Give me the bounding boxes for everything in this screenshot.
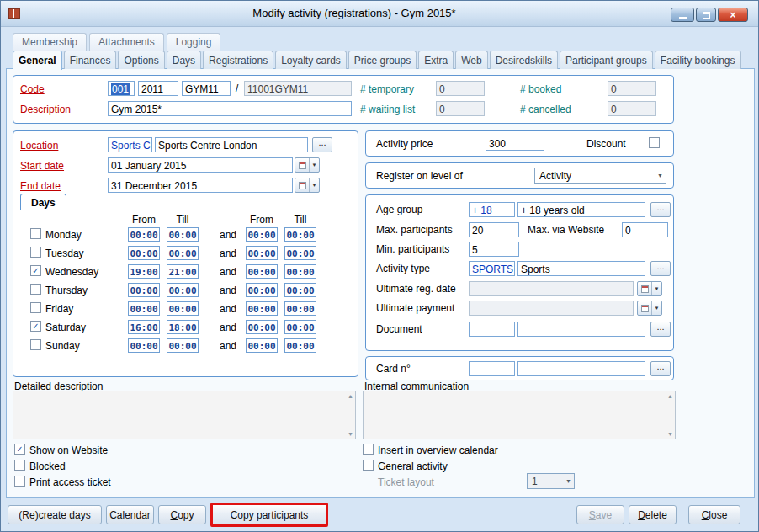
day-checkbox-friday[interactable] — [30, 302, 41, 313]
checkbox-show-on-website[interactable]: ✓ — [14, 444, 25, 455]
time-field[interactable]: 00:00 — [284, 283, 316, 297]
time-field[interactable]: 21:00 — [167, 264, 199, 279]
button-re-create-days[interactable]: (Re)create days — [8, 505, 102, 524]
code-part1-field[interactable]: 001 — [108, 81, 135, 96]
time-field[interactable]: 00:00 — [246, 246, 278, 260]
tab-web[interactable]: Web — [455, 51, 487, 69]
time-field[interactable]: 00:00 — [284, 301, 316, 316]
start-date-field[interactable]: 01 January 2015 — [108, 157, 293, 173]
tab-options[interactable]: Options — [118, 51, 164, 69]
time-field[interactable]: 16:00 — [128, 320, 160, 334]
activity-type-lookup-button[interactable]: ... — [650, 261, 671, 276]
time-field[interactable]: 00:00 — [167, 301, 199, 316]
tab-registrations[interactable]: Registrations — [203, 51, 273, 69]
time-field[interactable]: 00:00 — [284, 264, 316, 279]
tab-attachments[interactable]: Attachments — [89, 33, 164, 51]
location-name-field[interactable]: Sports Centre London — [155, 137, 308, 152]
scroll-up-icon[interactable]: ▲ — [348, 393, 353, 399]
time-field[interactable]: 00:00 — [246, 264, 278, 279]
day-checkbox-saturday[interactable]: ✓ — [30, 321, 41, 332]
age-group-name-field[interactable]: + 18 years old — [518, 202, 645, 217]
code-part2-field[interactable]: 2011 — [138, 81, 178, 96]
checkbox-blocked[interactable] — [14, 460, 25, 471]
time-field[interactable]: 00:00 — [246, 338, 278, 353]
document-lookup-button[interactable]: ... — [650, 322, 671, 337]
internal-communication-textarea[interactable]: ▲ ▼ — [363, 391, 676, 439]
button-copy-participants[interactable]: Copy participants — [210, 503, 328, 527]
discount-checkbox[interactable] — [649, 137, 660, 148]
time-field[interactable]: 00:00 — [284, 227, 316, 242]
register-level-select[interactable]: Activity ▼ — [534, 168, 666, 184]
tab-general[interactable]: General — [13, 51, 62, 70]
tab-days[interactable]: Days — [167, 51, 201, 69]
maximize-button[interactable] — [696, 8, 716, 22]
time-field[interactable]: 00:00 — [167, 338, 199, 353]
day-checkbox-tuesday[interactable] — [30, 247, 41, 258]
time-field[interactable]: 00:00 — [284, 338, 316, 353]
day-checkbox-thursday[interactable] — [30, 284, 41, 295]
time-field[interactable]: 00:00 — [128, 338, 160, 353]
button-delete[interactable]: Delete — [629, 505, 677, 524]
tab-price-groups[interactable]: Price groups — [348, 51, 417, 69]
max-participants-field[interactable]: 20 — [469, 222, 519, 237]
time-field[interactable]: 00:00 — [246, 301, 278, 316]
document-code-field[interactable] — [469, 322, 515, 337]
tab-logging[interactable]: Logging — [167, 33, 221, 51]
activity-price-field[interactable]: 300 — [486, 136, 544, 151]
ultimate-payment-picker-button[interactable]: ▼ — [637, 301, 662, 316]
tab-extra[interactable]: Extra — [418, 51, 454, 69]
day-checkbox-sunday[interactable] — [30, 339, 41, 350]
document-name-field[interactable] — [518, 322, 645, 337]
end-date-field[interactable]: 31 December 2015 — [108, 178, 293, 193]
day-checkbox-monday[interactable] — [30, 228, 41, 239]
time-field[interactable]: 00:00 — [128, 283, 160, 297]
title-bar[interactable]: Modify activity (registrations) - Gym 20… — [1, 1, 758, 27]
activity-type-name-field[interactable]: Sports — [518, 261, 645, 276]
day-checkbox-wednesday[interactable]: ✓ — [30, 265, 41, 276]
scroll-down-icon[interactable]: ▼ — [348, 431, 353, 437]
button-save[interactable]: Save — [576, 505, 624, 524]
time-field[interactable]: 19:00 — [128, 264, 160, 279]
time-field[interactable]: 00:00 — [167, 227, 199, 242]
location-lookup-button[interactable]: ... — [312, 137, 332, 152]
time-field[interactable]: 00:00 — [284, 320, 316, 334]
time-field[interactable]: 00:00 — [246, 283, 278, 297]
activity-type-code-field[interactable]: SPORTS — [469, 261, 515, 276]
scroll-down-icon[interactable]: ▼ — [667, 431, 673, 437]
scroll-up-icon[interactable]: ▲ — [667, 393, 673, 399]
tab-facility-bookings[interactable]: Facility bookings — [655, 51, 741, 69]
close-button[interactable]: × — [718, 8, 748, 22]
time-field[interactable]: 00:00 — [167, 246, 199, 260]
description-field[interactable]: Gym 2015* — [108, 101, 352, 116]
time-field[interactable]: 00:00 — [128, 246, 160, 260]
time-field[interactable]: 00:00 — [167, 283, 199, 297]
tab-desiredskills[interactable]: Desiredskills — [490, 51, 558, 69]
minimize-button[interactable] — [671, 8, 694, 22]
time-field[interactable]: 00:00 — [284, 246, 316, 260]
tab-participant-groups[interactable]: Participant groups — [560, 51, 653, 69]
checkbox-general-activity[interactable] — [363, 460, 374, 471]
tab-loyalty-cards[interactable]: Loyalty cards — [275, 51, 347, 69]
button-calendar[interactable]: Calendar — [106, 505, 154, 524]
card-code-field[interactable] — [469, 361, 515, 376]
location-code-field[interactable]: Sports Cei — [108, 137, 152, 152]
max-via-website-field[interactable]: 0 — [622, 222, 668, 237]
checkbox-print-access-ticket[interactable] — [14, 476, 25, 487]
button-copy[interactable]: Copy — [158, 505, 206, 524]
ultimate-reg-date-picker-button[interactable]: ▼ — [637, 281, 662, 296]
time-field[interactable]: 18:00 — [167, 320, 199, 334]
checkbox-insert-in-overview-calendar[interactable] — [363, 444, 374, 455]
detailed-description-textarea[interactable]: ▲ ▼ — [13, 391, 356, 439]
days-subtab[interactable]: Days — [20, 194, 66, 210]
end-date-picker-button[interactable]: ▼ — [295, 178, 320, 193]
time-field[interactable]: 00:00 — [128, 301, 160, 316]
tab-finances[interactable]: Finances — [64, 51, 117, 69]
min-participants-field[interactable]: 5 — [469, 242, 519, 257]
ticket-layout-select[interactable]: 1 ▼ — [527, 473, 575, 489]
tab-membership[interactable]: Membership — [13, 33, 87, 51]
time-field[interactable]: 00:00 — [246, 227, 278, 242]
age-group-code-field[interactable]: + 18 — [469, 202, 515, 217]
age-group-lookup-button[interactable]: ... — [650, 202, 671, 217]
time-field[interactable]: 00:00 — [128, 227, 160, 242]
time-field[interactable]: 00:00 — [246, 320, 278, 334]
